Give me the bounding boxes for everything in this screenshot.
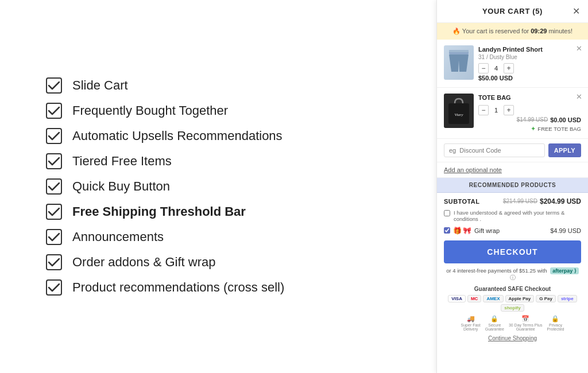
trust-delivery: 🚚 Super FastDelivery	[461, 315, 481, 331]
feature-label: Automatic Upsells Recommendations	[72, 129, 283, 143]
giftwrap-row: 🎁 🎀 Gift wrap $4.99 USD	[437, 225, 588, 238]
giftwrap-checkbox[interactable]	[444, 227, 450, 234]
item-image-shorts	[444, 45, 474, 80]
cart-header: YOUR CART (5) ✕	[437, 0, 588, 23]
cart-item-shorts: Landyn Printed Short 31 / Dusty Blue − 4…	[437, 40, 588, 88]
gift-icons: 🎁 🎀	[453, 227, 471, 235]
feature-product-recs: Product recommendations (cross sell)	[46, 276, 390, 299]
checkbox-icon	[46, 279, 62, 296]
feature-frequently-bought: Frequently Bought Together	[46, 99, 390, 122]
applepay-icon: Apple Pay	[505, 295, 535, 302]
optional-note: Add an optional note	[437, 162, 588, 178]
afterpay-row: or 4 interest-free payments of $51.25 wi…	[437, 266, 588, 284]
feature-label: Order addons & Gift wrap	[72, 255, 215, 270]
timer-text: 🔥 Your cart is reserved for 09:29 minute…	[452, 28, 572, 34]
privacy-label: PrivacyProtected	[547, 323, 564, 331]
remove-tote-icon[interactable]: ✕	[576, 92, 582, 101]
feature-label: Tiered Free Items	[72, 154, 172, 169]
feature-label: Free Shipping Threshold Bar	[72, 204, 246, 219]
cart-item-tote: Viary TOTE BAG − 1 + $14.99 USD $0.00 US…	[437, 88, 588, 138]
free-tag-tote: ✦ FREE TOTE BAG	[531, 125, 581, 133]
gift-icon-2: 🎀	[463, 227, 471, 235]
subtotal-prices: $214.99 USD $204.99 USD	[503, 197, 581, 205]
giftwrap-label: Gift wrap	[474, 227, 547, 234]
qty-increment-shorts[interactable]: +	[504, 63, 514, 73]
item-name-tote: TOTE BAG	[478, 94, 581, 102]
trust-badges: 🚚 Super FastDelivery 🔒 SecureGuarantee 📅…	[437, 313, 588, 333]
timer-countdown: 09:29	[531, 28, 547, 34]
checkbox-icon	[46, 254, 62, 270]
svg-rect-10	[449, 50, 469, 52]
discount-input[interactable]	[444, 143, 545, 157]
checkbox-icon	[46, 128, 62, 144]
trust-returns: 📅 30 Day Terms PlusGuarantee	[509, 315, 543, 331]
feature-order-addons: Order addons & Gift wrap	[46, 251, 390, 274]
stripe-icon: stripe	[558, 295, 577, 302]
feature-tiered-free: Tiered Free Items	[46, 150, 390, 173]
feature-label: Product recommendations (cross sell)	[72, 280, 284, 295]
subtotal-new: $204.99 USD	[540, 197, 581, 205]
cart-panel: YOUR CART (5) ✕ 🔥 Your cart is reserved …	[436, 0, 588, 373]
gift-icon-1: 🎁	[453, 227, 462, 235]
item-info-tote: TOTE BAG − 1 + $14.99 USD $0.00 USD ✦ FR…	[478, 94, 581, 132]
qty-row-shorts: − 4 +	[478, 63, 581, 73]
checkbox-icon	[46, 204, 62, 220]
qty-decrement-tote[interactable]: −	[478, 105, 489, 115]
item-variant-shorts: 31 / Dusty Blue	[478, 54, 581, 60]
feature-free-shipping: Free Shipping Threshold Bar	[46, 200, 390, 223]
remove-shorts-icon[interactable]: ✕	[576, 44, 582, 53]
cart-title: YOUR CART (5)	[482, 7, 543, 15]
afterpay-text: or 4 interest-free payments of $51.25 wi…	[446, 267, 547, 274]
item-price-sale-tote: $0.00 USD	[550, 116, 581, 123]
delivery-icon: 🚚	[467, 315, 475, 323]
terms-row: I have understood & agreed with your ter…	[437, 208, 588, 225]
payment-icons: VISA MC AMEX Apple Pay G Pay stripe shop…	[437, 293, 588, 313]
qty-value-shorts: 4	[492, 65, 500, 72]
qty-decrement-shorts[interactable]: −	[478, 63, 489, 73]
optional-note-link[interactable]: Add an optional note	[444, 166, 502, 173]
privacy-icon: 🔒	[551, 315, 559, 323]
terms-checkbox[interactable]	[444, 210, 450, 216]
item-price-tote: $14.99 USD $0.00 USD ✦ FREE TOTE BAG	[478, 116, 581, 133]
delivery-label: Super FastDelivery	[461, 323, 481, 331]
item-price-shorts: $50.00 USD	[478, 75, 581, 81]
secure-icon: 🔒	[490, 315, 498, 323]
returns-icon: 📅	[521, 315, 529, 323]
feature-label: Announcements	[72, 230, 164, 244]
feature-slide-cart: Slide Cart	[46, 74, 390, 97]
timer-banner: 🔥 Your cart is reserved for 09:29 minute…	[437, 23, 588, 40]
feature-announcements: Announcements	[46, 226, 390, 248]
recommended-bar: RECOMMENDED PRODUCTS	[437, 178, 588, 193]
shopify-icon: shopify	[501, 304, 524, 312]
trust-secure: 🔒 SecureGuarantee	[485, 315, 504, 331]
qty-increment-tote[interactable]: +	[504, 105, 514, 115]
visa-icon: VISA	[448, 295, 466, 302]
feature-quick-buy: Quick Buy Button	[46, 175, 390, 198]
afterpay-badge: afterpay ⟩	[550, 267, 579, 274]
returns-label: 30 Day Terms PlusGuarantee	[509, 323, 543, 331]
svg-text:Viary: Viary	[454, 112, 463, 117]
gpay-icon: G Pay	[536, 295, 556, 302]
item-price-original-tote: $14.99 USD	[517, 116, 548, 123]
qty-value-tote: 1	[492, 107, 500, 114]
discount-row: APPLY	[437, 139, 588, 162]
terms-text: I have understood & agreed with your ter…	[454, 209, 581, 222]
checkbox-icon	[46, 77, 62, 94]
checkout-button[interactable]: CHECKOUT	[444, 240, 581, 263]
subtotal-label: SUBTOTAL	[444, 198, 479, 205]
checkbox-icon	[46, 178, 62, 195]
trust-privacy: 🔒 PrivacyProtected	[547, 315, 564, 331]
apply-button[interactable]: APPLY	[548, 143, 581, 157]
close-icon[interactable]: ✕	[572, 7, 580, 16]
item-info-shorts: Landyn Printed Short 31 / Dusty Blue − 4…	[478, 45, 581, 81]
checkbox-icon	[46, 229, 62, 245]
feature-upsells: Automatic Upsells Recommendations	[46, 125, 390, 147]
afterpay-info-icon[interactable]: ⓘ	[510, 274, 516, 281]
feature-label: Quick Buy Button	[72, 179, 170, 194]
cart-body: Landyn Printed Short 31 / Dusty Blue − 4…	[437, 40, 588, 373]
secure-label: SecureGuarantee	[485, 323, 504, 331]
feature-label: Slide Cart	[72, 78, 128, 93]
features-panel: Slide Cart Frequently Bought Together Au…	[0, 0, 436, 373]
qty-row-tote: − 1 +	[478, 105, 581, 115]
continue-shopping-link[interactable]: Continue Shopping	[437, 333, 588, 345]
